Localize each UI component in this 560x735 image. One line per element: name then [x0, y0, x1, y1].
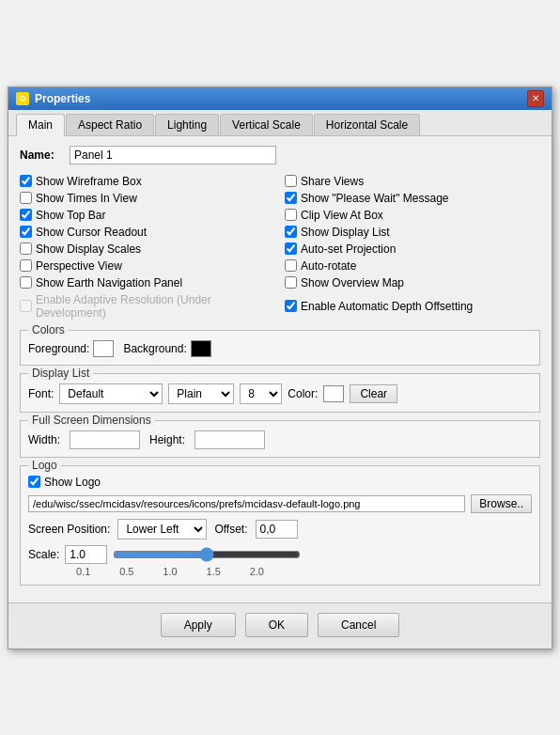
display-list-label: Display List: [28, 367, 93, 380]
properties-window: ⚙ Properties ✕ Main Aspect Ratio Lightin…: [8, 86, 552, 649]
checkbox-cursor-readout[interactable]: Show Cursor Readout: [20, 225, 275, 240]
close-button[interactable]: ✕: [527, 90, 544, 107]
checkbox-perspective-view[interactable]: Perspective View: [20, 258, 275, 274]
title-bar: ⚙ Properties ✕: [8, 87, 552, 110]
checkbox-auto-rotate[interactable]: Auto-rotate: [285, 258, 540, 274]
checkbox-show-times[interactable]: Show Times In View: [20, 191, 275, 206]
show-logo-label: Show Logo: [44, 476, 101, 489]
foreground-label: Foreground:: [28, 342, 89, 355]
checkbox-please-wait[interactable]: Show "Please Wait" Message: [285, 191, 540, 206]
full-screen-label: Full Screen Dimensions: [28, 414, 155, 427]
window-icon: ⚙: [16, 92, 29, 105]
screen-position-label: Screen Position:: [28, 523, 110, 536]
checkboxes-grid: Show Wireframe Box Share Views Show Time…: [20, 174, 540, 321]
display-list-section: Display List Font: Default Arial Times N…: [20, 373, 540, 413]
name-input[interactable]: [70, 146, 276, 164]
checkbox-overview-map[interactable]: Show Overview Map: [285, 275, 540, 290]
title-bar-left: ⚙ Properties: [16, 92, 90, 105]
name-label: Name:: [20, 149, 62, 162]
offset-label: Offset:: [214, 523, 247, 536]
slider-label-10: 1.0: [163, 566, 177, 577]
checkbox-clip-view[interactable]: Clip View At Box: [285, 208, 540, 223]
font-select[interactable]: Default Arial Times New Roman: [59, 383, 163, 404]
scale-slider[interactable]: [113, 547, 301, 562]
main-content: Name: Show Wireframe Box Share Views Sho…: [8, 136, 552, 602]
cancel-button[interactable]: Cancel: [318, 613, 399, 637]
height-input[interactable]: [194, 430, 265, 449]
width-label: Width:: [28, 433, 60, 446]
tab-aspect-ratio[interactable]: Aspect Ratio: [66, 114, 154, 135]
checkbox-auto-set-projection[interactable]: Auto-set Projection: [285, 242, 540, 257]
colors-section: Colors Foreground: Background:: [20, 330, 540, 366]
full-screen-section: Full Screen Dimensions Width: Height:: [20, 420, 540, 458]
logo-path-row: Browse..: [28, 494, 532, 513]
tab-main[interactable]: Main: [16, 114, 65, 136]
tab-vertical-scale[interactable]: Vertical Scale: [220, 114, 313, 135]
logo-label: Logo: [28, 459, 61, 472]
checkbox-show-display-list[interactable]: Show Display List: [285, 225, 540, 240]
background-label: Background:: [123, 342, 186, 355]
clear-button[interactable]: Clear: [350, 384, 397, 403]
font-label: Font:: [28, 387, 54, 400]
height-label: Height:: [149, 433, 185, 446]
browse-button[interactable]: Browse..: [471, 494, 532, 513]
tab-lighting[interactable]: Lighting: [155, 114, 219, 135]
slider-label-20: 2.0: [250, 566, 264, 577]
width-input[interactable]: [70, 430, 140, 449]
tab-horizontal-scale[interactable]: Horizontal Scale: [314, 114, 420, 135]
screen-position-select[interactable]: Lower Left Lower Right Upper Left Upper …: [117, 519, 207, 540]
ok-button[interactable]: OK: [245, 613, 308, 637]
slider-container: [113, 545, 301, 564]
background-container: Background:: [123, 340, 210, 357]
colors-label: Colors: [28, 323, 69, 336]
checkbox-earth-nav[interactable]: Show Earth Navigation Panel: [20, 275, 275, 290]
scale-row: Scale:: [28, 545, 532, 564]
checkbox-show-top-bar[interactable]: Show Top Bar: [20, 208, 275, 223]
foreground-container: Foreground:: [28, 340, 114, 357]
bottom-buttons: Apply OK Cancel: [8, 602, 552, 649]
offset-input[interactable]: [256, 520, 298, 539]
window-title: Properties: [35, 92, 90, 105]
color-label: Color:: [288, 387, 318, 400]
show-logo-row[interactable]: Show Logo: [28, 476, 532, 489]
full-screen-row: Width: Height:: [28, 430, 532, 449]
slider-label-01: 0.1: [76, 566, 90, 577]
scale-label: Scale:: [28, 548, 59, 561]
checkbox-depth-offsetting[interactable]: Enable Automatic Depth Offsetting: [285, 292, 540, 321]
slider-label-15: 1.5: [207, 566, 221, 577]
checkbox-adaptive-resolution: Enable Adaptive Resolution (Under Develo…: [20, 292, 275, 321]
style-select[interactable]: Plain Bold Italic: [168, 383, 234, 404]
screen-position-row: Screen Position: Lower Left Lower Right …: [28, 519, 532, 540]
foreground-swatch[interactable]: [93, 340, 114, 357]
slider-label-05: 0.5: [119, 566, 133, 577]
logo-content: Show Logo Browse.. Screen Position: Lowe…: [28, 476, 532, 577]
display-list-color-swatch[interactable]: [323, 385, 344, 402]
logo-path-input[interactable]: [28, 495, 465, 512]
tab-bar: Main Aspect Ratio Lighting Vertical Scal…: [8, 110, 552, 136]
display-list-row: Font: Default Arial Times New Roman Plai…: [28, 383, 532, 404]
checkbox-share-views[interactable]: Share Views: [285, 174, 540, 189]
size-select[interactable]: 8 10 12 14 16: [240, 383, 282, 404]
logo-section: Logo Show Logo Browse.. Screen Position:…: [20, 465, 540, 586]
scale-input[interactable]: [65, 545, 107, 564]
background-swatch[interactable]: [191, 340, 211, 357]
checkbox-show-wireframe[interactable]: Show Wireframe Box: [20, 174, 275, 189]
checkbox-display-scales[interactable]: Show Display Scales: [20, 242, 275, 257]
show-logo-checkbox[interactable]: [28, 476, 40, 488]
colors-row: Foreground: Background:: [28, 340, 532, 357]
apply-button[interactable]: Apply: [161, 613, 236, 637]
slider-labels: 0.1 0.5 1.0 1.5 2.0: [76, 566, 264, 577]
name-row: Name:: [20, 146, 540, 164]
